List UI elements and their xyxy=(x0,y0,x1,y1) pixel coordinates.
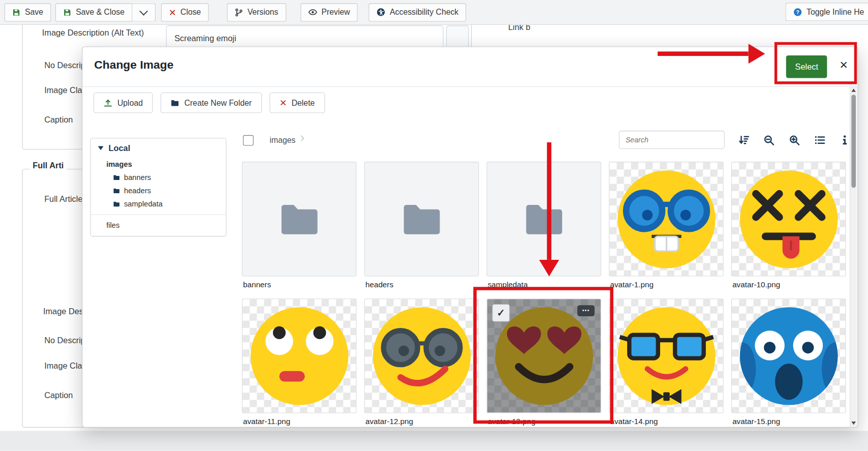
delete-button[interactable]: Delete xyxy=(269,93,325,113)
tree-item-sampledata[interactable]: sampledata xyxy=(91,197,226,211)
no-description-label: No Descrip xyxy=(44,61,85,70)
screen: Image Description (Alt Text) Link b No D… xyxy=(0,0,868,451)
image-thumbnail[interactable] xyxy=(609,162,723,276)
item-actions-menu[interactable]: ••• xyxy=(577,305,595,316)
item-label: headers xyxy=(364,280,479,289)
help-circle-icon: ? xyxy=(793,8,802,16)
select-button[interactable]: Select xyxy=(786,55,827,78)
save-icon xyxy=(63,8,71,16)
info-icon[interactable] xyxy=(839,135,850,146)
no-description-label-2: No Descrip xyxy=(44,336,85,345)
upload-button[interactable]: Upload xyxy=(94,93,153,113)
select-all-checkbox[interactable] xyxy=(243,135,254,146)
image-class-label-2: Image Clas xyxy=(44,361,86,371)
media-item-headers: headers xyxy=(364,162,479,298)
tree-item-banners[interactable]: banners xyxy=(91,171,226,184)
folder-icon xyxy=(113,173,120,181)
save-close-button[interactable]: Save & Close xyxy=(55,3,132,21)
zoom-out-icon[interactable] xyxy=(763,135,774,146)
alt-text-label: Image Description (Alt Text) xyxy=(42,27,144,37)
scroll-down-arrow[interactable] xyxy=(851,422,856,425)
item-label: avatar-13.png xyxy=(486,417,601,426)
tree-separator xyxy=(91,215,226,215)
modal-scrollbar[interactable] xyxy=(850,87,857,427)
scrollbar-thumb[interactable] xyxy=(851,95,856,188)
folder-icon xyxy=(277,197,321,241)
close-x-icon xyxy=(169,9,176,16)
modal-header: Change Image Select ✕ xyxy=(82,47,857,87)
svg-text:?: ? xyxy=(796,9,799,15)
save-icon xyxy=(12,8,20,16)
accessibility-icon xyxy=(377,8,385,16)
media-item-avatar-10: avatar-10.png xyxy=(731,162,846,298)
preview-button[interactable]: Preview xyxy=(300,3,358,21)
item-label: avatar-14.png xyxy=(609,417,723,426)
modal-title: Change Image xyxy=(94,58,173,71)
save-button[interactable]: Save xyxy=(5,3,51,21)
caret-down-icon xyxy=(98,146,104,150)
caption-label: Caption xyxy=(44,114,73,124)
selected-checkbox[interactable]: ✓ xyxy=(492,304,510,322)
folder-icon xyxy=(522,197,566,241)
accessibility-check-button[interactable]: Accessibility Check xyxy=(369,3,467,21)
image-thumbnail-selected[interactable]: ✓ ••• xyxy=(486,298,601,413)
tree-item-headers[interactable]: headers xyxy=(91,184,226,197)
item-label: banners xyxy=(242,280,356,289)
folder-thumbnail[interactable] xyxy=(364,162,479,276)
folder-thumbnail[interactable] xyxy=(242,162,356,276)
folder-icon xyxy=(399,197,444,241)
folder-thumbnail[interactable] xyxy=(486,162,601,276)
tree-root-local[interactable]: Local xyxy=(91,138,226,157)
item-label: avatar-15.png xyxy=(731,417,846,426)
media-item-avatar-13-selected: ✓ ••• avatar-13.png xyxy=(486,298,601,435)
item-label: avatar-1.png xyxy=(609,280,723,289)
editor-toolbar: Save Save & Close Close Versions Preview… xyxy=(0,0,868,25)
change-image-modal: Change Image Select ✕ Upload Create New … xyxy=(82,47,858,428)
media-grid: banners headers sampledata xyxy=(242,162,847,435)
image-thumbnail[interactable] xyxy=(609,298,723,413)
media-item-avatar-14: avatar-14.png xyxy=(609,298,723,435)
tree-item-files[interactable]: files xyxy=(91,218,226,231)
code-branch-icon xyxy=(235,8,243,16)
list-view-icon[interactable] xyxy=(814,135,825,146)
tree-item-images[interactable]: images xyxy=(91,157,226,170)
media-item-avatar-11: avatar-11.png xyxy=(242,298,356,435)
delete-x-icon xyxy=(280,99,287,106)
folder-tree: Local images banners headers sampledata … xyxy=(90,138,227,236)
folder-icon xyxy=(170,98,179,107)
emoji-nerd-face xyxy=(613,166,719,272)
modal-close-icon[interactable]: ✕ xyxy=(839,60,848,71)
caption-label-2: Caption xyxy=(44,390,73,400)
item-label: avatar-11.png xyxy=(242,417,356,426)
image-thumbnail[interactable] xyxy=(364,298,479,413)
item-label: avatar-10.png xyxy=(731,280,846,289)
eye-icon xyxy=(308,8,317,16)
search-input[interactable] xyxy=(619,131,725,149)
zoom-in-icon[interactable] xyxy=(789,135,800,146)
versions-button[interactable]: Versions xyxy=(227,3,286,21)
create-new-folder-button[interactable]: Create New Folder xyxy=(161,93,262,113)
upload-icon xyxy=(104,98,112,107)
full-article-image-label: Full Article xyxy=(44,194,82,203)
emoji-dead-face xyxy=(735,166,842,272)
image-thumbnail[interactable] xyxy=(731,162,846,276)
media-item-avatar-15: avatar-15.png xyxy=(731,298,846,435)
breadcrumb[interactable]: images xyxy=(269,136,295,144)
toggle-inline-help-button[interactable]: ? Toggle Inline He xyxy=(786,3,868,21)
emoji-nerd-bowtie-face xyxy=(613,303,719,409)
image-thumbnail[interactable] xyxy=(731,298,846,413)
sort-icon[interactable] xyxy=(738,135,750,146)
chevron-down-icon xyxy=(139,7,148,15)
media-item-avatar-12: avatar-12.png xyxy=(364,298,479,435)
image-thumbnail[interactable] xyxy=(242,298,356,413)
full-article-legend: Full Arti xyxy=(30,161,67,170)
save-options-dropdown[interactable] xyxy=(132,3,156,21)
item-label: avatar-12.png xyxy=(364,417,479,426)
close-button[interactable]: Close xyxy=(161,3,209,21)
image-class-label: Image Clas xyxy=(44,85,86,95)
folder-icon xyxy=(113,187,120,194)
emoji-screaming-face xyxy=(735,303,842,409)
item-label: sampledata xyxy=(486,280,601,289)
scroll-up-arrow[interactable] xyxy=(851,88,856,92)
media-item-banners: banners xyxy=(242,162,356,298)
